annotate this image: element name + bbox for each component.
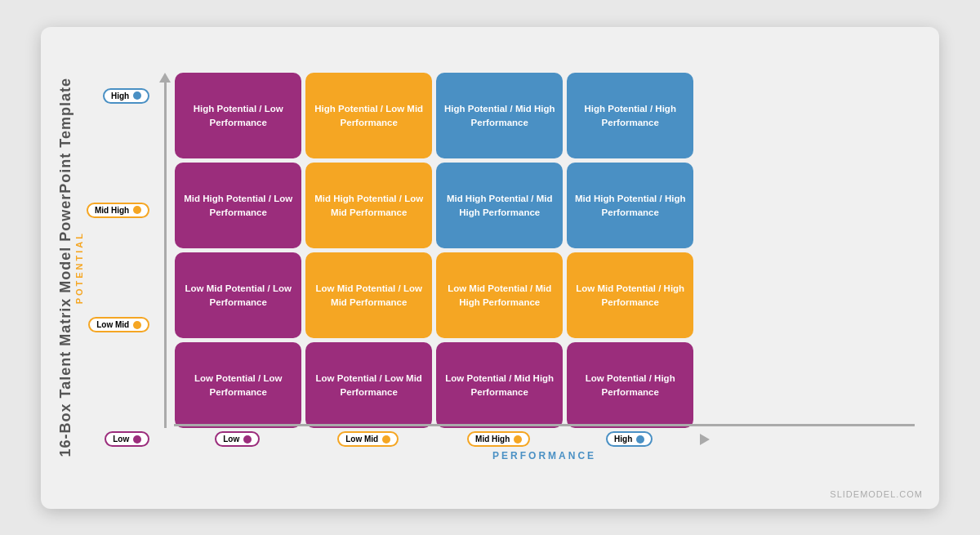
x-label-high: High [566,431,693,447]
cell-low-midhigh: Low Potential / Mid High Performance [436,342,563,428]
grid-row-4: Low Potential / Low Performance Low Pote… [175,342,693,428]
grid-row-2: Mid High Potential / Low Performance Mid… [175,163,693,248]
cell-midhigh-low: Mid High Potential / Low Performance [175,163,301,248]
cell-high-midhigh: High Potential / Mid High Performance [436,73,563,158]
slide-title: 16-Box Talent Matrix Model PowerPoint Te… [49,78,74,457]
main-content: POTENTIAL High Mid High [74,43,915,493]
cell-lowmid-low: Low Mid Potential / Low Performance [175,252,301,338]
slide-container: 16-Box Talent Matrix Model PowerPoint Te… [41,27,939,509]
cell-midhigh-lowmid: Mid High Potential / Low Mid Performance [305,163,432,248]
x-label-low: Low [174,431,301,447]
cell-lowmid-midhigh: Low Mid Potential / Mid High Performance [436,252,563,338]
cell-midhigh-midhigh: Mid High Potential / Mid High Performanc… [436,163,563,248]
credit: SLIDEMODEL.COM [830,489,923,499]
y-label-high: High [103,88,149,104]
grid-row-3: Low Mid Potential / Low Performance Low … [175,252,693,338]
cell-high-lowmid: High Potential / Low Mid Performance [305,73,432,158]
y-label-lowmid: Low Mid [88,317,149,332]
cell-high-low: High Potential / Low Performance [175,73,301,158]
y-axis-arrow [159,73,171,428]
cell-high-high: High Potential / High Performance [567,73,693,158]
y-label-midhigh: Mid High [87,203,149,218]
x-axis-label: PERFORMANCE [492,450,596,461]
cell-lowmid-lowmid: Low Mid Potential / Low Mid Performance [305,252,432,338]
cell-low-low: Low Potential / Low Performance [175,342,301,428]
cell-low-high: Low Potential / High Performance [567,342,693,428]
x-label-lowmid: Low Mid [305,431,431,447]
cell-lowmid-high: Low Mid Potential / High Performance [567,252,693,338]
y-label-low: Low [105,431,149,447]
grid-row-1: High Potential / Low Performance High Po… [175,73,693,158]
cell-low-lowmid: Low Potential / Low Mid Performance [305,342,432,428]
x-axis-arrow [700,431,710,447]
cell-midhigh-high: Mid High Potential / High Performance [567,163,693,248]
matrix-grid: High Potential / Low Performance High Po… [175,73,693,428]
x-label-midhigh: Mid High [435,431,562,447]
y-axis-label: POTENTIAL [74,231,84,304]
